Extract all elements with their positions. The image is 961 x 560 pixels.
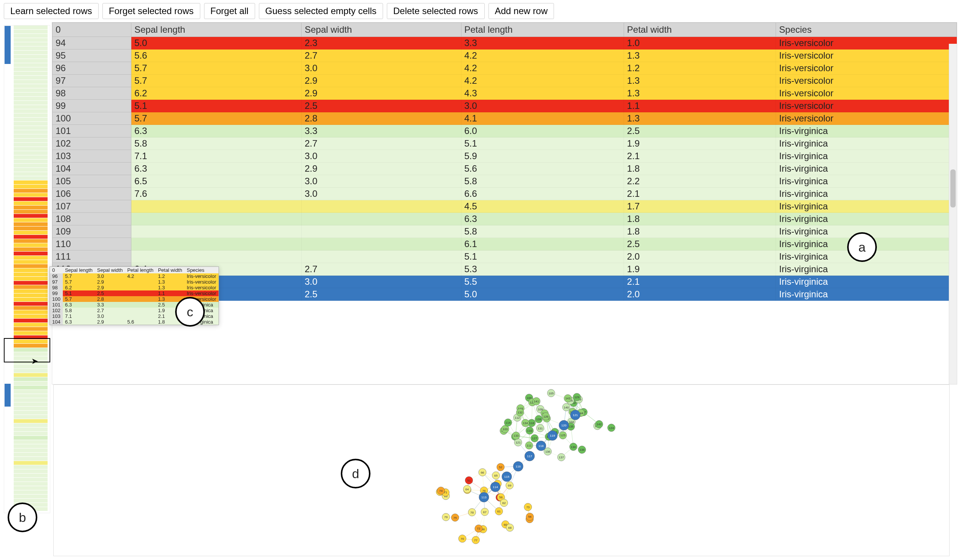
graph-node[interactable] (526, 513, 534, 513)
cell[interactable]: 97 (53, 75, 131, 87)
cell[interactable]: 5.7 (131, 62, 302, 75)
cell[interactable]: 6.1 (461, 238, 624, 250)
cell[interactable]: Iris-versicolor (776, 62, 957, 75)
cell[interactable]: 2.1 (624, 150, 776, 162)
cell[interactable]: 1.3 (624, 75, 776, 87)
table-row[interactable]: 1115.12.0Iris-virginica (53, 250, 957, 263)
cell[interactable]: 6.0 (461, 125, 624, 138)
cell[interactable]: 98 (53, 87, 131, 100)
cell[interactable]: 5.0 (131, 37, 302, 50)
cell[interactable]: 1.2 (624, 62, 776, 75)
cell[interactable]: Iris-virginica (776, 188, 957, 200)
cell[interactable]: 5.1 (131, 100, 302, 112)
cell[interactable]: 3.0 (302, 62, 461, 75)
cell[interactable]: Iris-virginica (776, 288, 957, 301)
col-header[interactable]: Sepal width (302, 23, 461, 37)
cell[interactable]: Iris-versicolor (776, 50, 957, 62)
cell[interactable]: Iris-versicolor (776, 37, 957, 50)
cell[interactable]: 1.0 (624, 37, 776, 50)
table-row[interactable]: 986.22.94.31.3Iris-versicolor (53, 87, 957, 100)
table-row[interactable]: 955.62.74.21.3Iris-versicolor (53, 50, 957, 62)
cell[interactable]: 3.3 (461, 37, 624, 50)
col-header[interactable]: Species (776, 23, 957, 37)
cell[interactable] (302, 200, 461, 213)
cell[interactable]: 5.7 (131, 112, 302, 125)
cell[interactable]: 4.2 (461, 50, 624, 62)
cell[interactable] (131, 213, 302, 225)
overview-heatmap[interactable] (4, 25, 50, 513)
cell[interactable]: Iris-virginica (776, 200, 957, 213)
cell[interactable]: 101 (53, 125, 131, 138)
cell[interactable]: Iris-virginica (776, 138, 957, 150)
cell[interactable]: 111 (53, 250, 131, 263)
table-row[interactable]: 1067.63.06.62.1Iris-virginica (53, 188, 957, 200)
cell[interactable]: Iris-virginica (776, 162, 957, 175)
cell[interactable]: 1.3 (624, 87, 776, 100)
cell[interactable]: 5.1 (461, 250, 624, 263)
table-row[interactable]: 1095.81.8Iris-virginica (53, 225, 957, 238)
cell[interactable]: 5.7 (131, 75, 302, 87)
cell[interactable] (131, 238, 302, 250)
cell[interactable]: Iris-virginica (776, 125, 957, 138)
scrollbar-thumb[interactable] (950, 169, 956, 207)
forget-button[interactable]: Forget selected rows (103, 3, 200, 19)
cell[interactable]: 3.0 (302, 150, 461, 162)
cell[interactable]: 5.3 (461, 263, 624, 276)
table-row[interactable]: 975.72.94.21.3Iris-versicolor (53, 75, 957, 87)
table-row[interactable]: 1005.72.84.11.3Iris-versicolor (53, 112, 957, 125)
table-row[interactable]: 1074.51.7Iris-virginica (53, 200, 957, 213)
cell[interactable]: 2.9 (302, 75, 461, 87)
guess-button[interactable]: Guess selected empty cells (259, 3, 383, 19)
cell[interactable]: 6.3 (131, 162, 302, 175)
cell[interactable]: 2.5 (302, 288, 461, 301)
cell[interactable]: 2.0 (624, 288, 776, 301)
cell[interactable]: 1.3 (624, 112, 776, 125)
cell[interactable] (302, 250, 461, 263)
cell[interactable]: 6.6 (461, 188, 624, 200)
cell[interactable]: 1.7 (624, 200, 776, 213)
cell[interactable]: 100 (53, 112, 131, 125)
col-header[interactable]: 0 (53, 23, 131, 37)
cell[interactable]: 108 (53, 213, 131, 225)
cell[interactable]: 6.2 (131, 87, 302, 100)
cell[interactable]: 3.0 (302, 276, 461, 288)
cell[interactable]: 102 (53, 138, 131, 150)
table-row[interactable]: 1037.13.05.92.1Iris-virginica (53, 150, 957, 162)
cell[interactable]: 5.8 (461, 175, 624, 188)
cell[interactable]: 2.3 (302, 37, 461, 50)
cell[interactable]: 5.6 (131, 50, 302, 62)
cell[interactable]: Iris-versicolor (776, 75, 957, 87)
cell[interactable]: 3.0 (302, 175, 461, 188)
cell[interactable]: 104 (53, 162, 131, 175)
cell[interactable] (302, 238, 461, 250)
delete-button[interactable]: Delete selected rows (387, 3, 485, 19)
learn-button[interactable]: Learn selected rows (4, 3, 99, 19)
cell[interactable]: Iris-versicolor (776, 87, 957, 100)
cell[interactable]: 5.8 (461, 225, 624, 238)
cell[interactable]: 5.6 (461, 162, 624, 175)
cell[interactable]: Iris-virginica (776, 213, 957, 225)
cell[interactable]: 3.0 (302, 188, 461, 200)
table-row[interactable]: 1046.32.95.61.8Iris-virginica (53, 162, 957, 175)
cell[interactable]: 94 (53, 37, 131, 50)
cell[interactable]: 96 (53, 62, 131, 75)
cell[interactable]: 99 (53, 100, 131, 112)
cell[interactable]: 2.7 (302, 50, 461, 62)
cell[interactable]: 103 (53, 150, 131, 162)
cell[interactable]: 1.8 (624, 162, 776, 175)
cell[interactable]: 5.9 (461, 150, 624, 162)
cell[interactable]: 110 (53, 238, 131, 250)
cell[interactable] (131, 250, 302, 263)
col-header[interactable]: Petal length (461, 23, 624, 37)
cell[interactable]: 2.9 (302, 87, 461, 100)
cell[interactable]: Iris-virginica (776, 276, 957, 288)
table-row[interactable]: 1016.33.36.02.5Iris-virginica (53, 125, 957, 138)
col-header[interactable]: Petal width (624, 23, 776, 37)
cell[interactable]: 5.0 (461, 288, 624, 301)
cell[interactable]: 4.3 (461, 87, 624, 100)
cell[interactable]: 6.5 (131, 175, 302, 188)
cell[interactable]: 2.8 (302, 112, 461, 125)
cell[interactable]: 2.5 (624, 238, 776, 250)
table-row[interactable]: 965.73.04.21.2Iris-versicolor (53, 62, 957, 75)
cell[interactable]: 1.3 (624, 50, 776, 62)
